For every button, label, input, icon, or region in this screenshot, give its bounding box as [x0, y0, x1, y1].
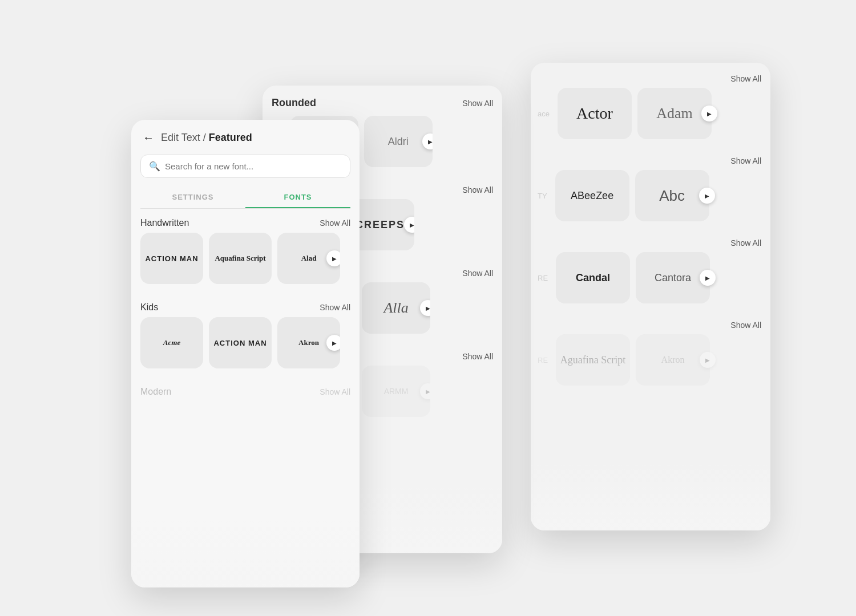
back-section-4-row: RE Aguafina Script Akron ▶: [531, 334, 770, 394]
font-label-akron-back: Akron: [661, 355, 685, 365]
front-panel-header: ← Edit Text / Featured: [131, 120, 360, 150]
mid-section-2-show-all[interactable]: Show All: [462, 269, 493, 278]
back-font-abeezee[interactable]: ABeeZee: [555, 170, 629, 221]
font-label-alla: Alla: [383, 299, 408, 317]
back-edge-label-4: RE: [538, 334, 550, 386]
mid-section-3-show-all[interactable]: Show All: [462, 352, 493, 361]
handwritten-show-all[interactable]: Show All: [320, 218, 350, 228]
font-label-creeps: CREEPS: [356, 219, 405, 231]
back-section-3-row: RE Candal Cantora ▶: [531, 252, 770, 311]
font-tile-action-man-1[interactable]: ACTION MAN: [140, 233, 203, 284]
font-label-aguafina: Aguafina Script: [560, 354, 625, 366]
back-section-3-header: Show All: [531, 311, 770, 334]
modern-section-header: Modern Show All: [131, 378, 360, 402]
back-font-cantora[interactable]: Cantora ▶: [636, 252, 710, 303]
back-font-candal[interactable]: Candal: [556, 252, 630, 303]
font-label-action-man-1: ACTION MAN: [143, 252, 200, 265]
front-title-bold: Featured: [209, 132, 252, 143]
back-panel-top-row: Show All: [531, 63, 770, 88]
back-section-2-header: Show All: [531, 229, 770, 252]
mid-show-all-top[interactable]: Show All: [462, 99, 493, 108]
kids-show-all[interactable]: Show All: [320, 303, 350, 312]
scene: Show All ace Actor Adam ▶ Show All TY AB…: [86, 51, 770, 565]
back-section-1-header: Show All: [531, 147, 770, 170]
search-icon: 🔍: [149, 161, 160, 172]
search-input[interactable]: [165, 161, 342, 171]
back-edge-label-2: TY: [538, 170, 550, 221]
mid-font-aldri[interactable]: Aldri ▶: [364, 116, 433, 167]
more-button-alad[interactable]: ▶: [326, 250, 340, 266]
font-label-akron: Akron: [296, 336, 321, 350]
more-button-cantora[interactable]: ▶: [700, 270, 716, 286]
font-label-actor: Actor: [576, 104, 613, 123]
more-button-akron[interactable]: ▶: [326, 335, 340, 351]
font-label-armm: ARMM: [384, 387, 409, 396]
back-font-aguafina[interactable]: Aguafina Script: [556, 334, 630, 386]
back-button[interactable]: ←: [143, 131, 154, 144]
mid-panel-title: Rounded: [272, 97, 316, 109]
back-section-1-show-all[interactable]: Show All: [730, 156, 761, 165]
back-edge-label-3: RE: [538, 252, 550, 303]
modern-show-all[interactable]: Show All: [320, 387, 350, 396]
back-section-3-show-all[interactable]: Show All: [730, 321, 761, 330]
back-edge-label-1: ace: [538, 88, 552, 139]
back-section-1-row: ace Actor Adam ▶: [531, 88, 770, 147]
kids-title: Kids: [140, 302, 158, 313]
font-label-action-man-2: ACTION MAN: [211, 337, 269, 350]
font-tile-akron[interactable]: Akron ▶: [277, 317, 340, 368]
font-label-aquafina: Aquafina Script: [212, 252, 268, 265]
back-font-adam[interactable]: Adam ▶: [637, 88, 712, 139]
font-label-abc: Abc: [659, 187, 685, 205]
back-font-akron[interactable]: Akron ▶: [636, 334, 710, 386]
font-tile-acme[interactable]: Acme: [140, 317, 203, 368]
font-label-candal: Candal: [576, 272, 610, 284]
panel-back: Show All ace Actor Adam ▶ Show All TY AB…: [531, 63, 770, 530]
font-label-abeezee: ABeeZee: [571, 190, 613, 202]
modern-title: Modern: [140, 387, 171, 397]
font-tabs: SETTINGS FONTS: [140, 187, 350, 209]
font-label-adam: Adam: [656, 105, 693, 122]
font-tile-aquafina[interactable]: Aquafina Script: [209, 233, 272, 284]
more-button-creeps[interactable]: ▶: [404, 217, 414, 233]
more-button-akron-back[interactable]: ▶: [700, 352, 716, 368]
search-box[interactable]: 🔍: [140, 155, 350, 178]
more-button-armm[interactable]: ▶: [420, 383, 430, 399]
front-title-prefix: Edit Text /: [161, 132, 209, 143]
back-section-2-row: TY ABeeZee Abc ▶: [531, 170, 770, 229]
font-label-aldri: Aldri: [388, 136, 409, 148]
kids-font-row: Acme ACTION MAN Akron ▶: [131, 317, 360, 378]
more-button-aldri[interactable]: ▶: [422, 133, 433, 149]
mid-section-1-show-all[interactable]: Show All: [462, 185, 493, 194]
front-panel-title: Edit Text / Featured: [161, 132, 252, 144]
handwritten-section-header: Handwritten Show All: [131, 209, 360, 233]
more-button-abc[interactable]: ▶: [699, 188, 715, 204]
font-label-cantora: Cantora: [655, 272, 691, 284]
mid-panel-header: Rounded Show All: [263, 86, 502, 116]
back-font-abc[interactable]: Abc ▶: [635, 170, 709, 221]
tab-fonts[interactable]: FONTS: [245, 187, 350, 208]
handwritten-title: Handwritten: [140, 218, 189, 228]
mid-font-alla[interactable]: Alla ▶: [362, 282, 430, 334]
font-label-alad: Alad: [299, 252, 319, 265]
handwritten-font-row: ACTION MAN Aquafina Script Alad ▶: [131, 233, 360, 293]
mid-font-armm[interactable]: ARMM ▶: [362, 366, 430, 417]
more-button-adam[interactable]: ▶: [701, 106, 717, 121]
panel-front: ← Edit Text / Featured 🔍 SETTINGS FONTS …: [131, 120, 360, 587]
more-button-alla[interactable]: ▶: [420, 300, 430, 316]
font-tile-action-man-2[interactable]: ACTION MAN: [209, 317, 272, 368]
tab-settings[interactable]: SETTINGS: [140, 187, 245, 208]
font-label-acme: Acme: [161, 336, 183, 350]
font-tile-alad[interactable]: Alad ▶: [277, 233, 340, 284]
back-panel-show-all-top[interactable]: Show All: [730, 74, 761, 83]
back-font-actor[interactable]: Actor: [558, 88, 632, 139]
back-section-2-show-all[interactable]: Show All: [730, 238, 761, 248]
kids-section-header: Kids Show All: [131, 293, 360, 317]
